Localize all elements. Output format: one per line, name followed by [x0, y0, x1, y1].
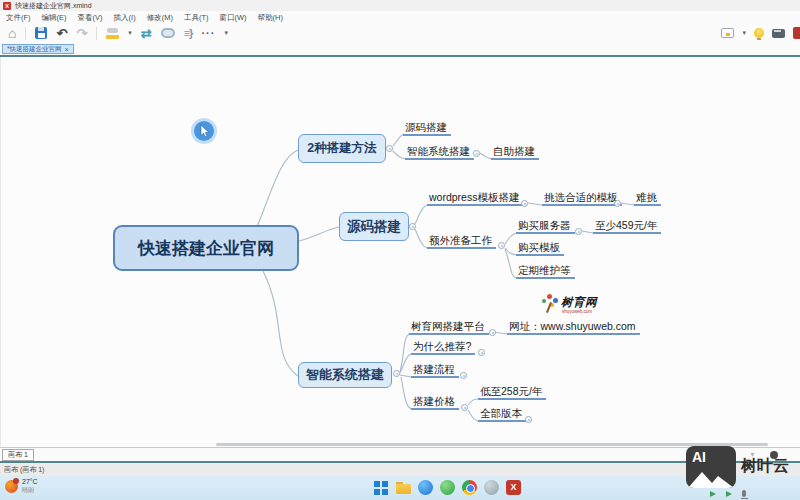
- menu-view[interactable]: 查看(V): [78, 13, 103, 23]
- logo-tree-icon: [541, 294, 559, 314]
- collapse-toggle[interactable]: [393, 370, 400, 377]
- collapse-toggle[interactable]: [498, 242, 505, 249]
- save-icon[interactable]: [35, 27, 47, 39]
- collapse-toggle[interactable]: [489, 329, 496, 336]
- subtopic-hard-to-pick[interactable]: 难挑: [634, 191, 661, 206]
- mountain-icon: [686, 466, 736, 488]
- tray-arrow-icon[interactable]: [726, 491, 732, 497]
- browser-green-icon[interactable]: [440, 480, 455, 495]
- subtopic-buy-template[interactable]: 购买模板: [516, 241, 564, 256]
- subtopic-build-price[interactable]: 搭建价格: [411, 395, 459, 410]
- subtopic-wordpress-template[interactable]: wordpress模板搭建: [427, 191, 523, 206]
- collapse-toggle[interactable]: [521, 200, 528, 207]
- subtopic-source-build[interactable]: 源码搭建: [403, 121, 451, 136]
- relationship-icon[interactable]: ⇄: [141, 27, 152, 40]
- collapse-toggle[interactable]: [614, 200, 621, 207]
- collapse-toggle[interactable]: [473, 150, 480, 157]
- xmind-window: X 快速搭建企业官网.xmind 文件(F) 编辑(E) 查看(V) 插入(I)…: [0, 0, 800, 500]
- boundary-icon[interactable]: [161, 28, 175, 38]
- tray-arrow-icon[interactable]: [710, 491, 716, 497]
- more-icon[interactable]: ···: [201, 27, 215, 40]
- ai-image-badge-icon: AI: [686, 446, 736, 488]
- presentation-dropdown-icon[interactable]: ▾: [742, 29, 746, 37]
- menu-help[interactable]: 帮助(H): [258, 13, 283, 23]
- menu-file[interactable]: 文件(F): [6, 13, 31, 23]
- subtopic-low-price[interactable]: 低至258元/年: [478, 385, 546, 400]
- subtopic-website-url[interactable]: 网址：www.shuyuweb.com: [507, 320, 640, 335]
- menu-modify[interactable]: 修改(M): [147, 13, 173, 23]
- status-bar: 画布 (画布 1): [0, 463, 800, 476]
- collapse-toggle[interactable]: [478, 349, 485, 356]
- shuyeyun-watermark: AI 树叶云: [686, 446, 789, 488]
- topic-smart-system[interactable]: 智能系统搭建: [298, 362, 392, 388]
- mindmap-canvas[interactable]: 快速搭建企业官网 2种搭建方法 源码搭建 智能系统搭建 源码搭建 智能系统搭建 …: [0, 57, 800, 447]
- toolbar: ⌂ ↶ ↷ ▾ ⇄ ≡} ··· ▾ ▾: [0, 24, 800, 42]
- browser-blue-icon[interactable]: [418, 480, 433, 495]
- window-title: 快速搭建企业官网.xmind: [15, 1, 92, 11]
- central-topic[interactable]: 快速搭建企业官网: [113, 225, 299, 271]
- more-dropdown-icon[interactable]: ▾: [224, 29, 228, 37]
- subtopic-smart-system-build[interactable]: 智能系统搭建: [405, 145, 474, 160]
- weather-temp: 27°C: [22, 478, 38, 486]
- collapse-toggle[interactable]: [575, 228, 582, 235]
- sheet-bar: 画布 1 ▼: [0, 447, 800, 461]
- lightbulb-icon[interactable]: [754, 28, 764, 38]
- xmind-taskbar-icon[interactable]: X: [506, 480, 521, 495]
- menu-edit[interactable]: 编辑(E): [42, 13, 67, 23]
- weather-sun-icon: [5, 480, 18, 493]
- system-tray: [710, 490, 746, 497]
- undo-icon[interactable]: ↶: [56, 27, 67, 40]
- logo-brand-text: 树育网: [561, 295, 597, 310]
- subtopic-buy-server[interactable]: 购买服务器: [516, 219, 575, 234]
- watermark-brand-text: 树叶云: [741, 456, 789, 477]
- subtopic-build-process[interactable]: 搭建流程: [411, 363, 459, 378]
- collapse-toggle[interactable]: [460, 372, 467, 379]
- subtopic-why-recommend[interactable]: 为什么推荐?: [411, 340, 475, 355]
- subtopic-maintenance[interactable]: 定期维护等: [516, 264, 575, 279]
- toolbar-separator: [96, 27, 97, 40]
- xmind-app-icon: X: [3, 2, 11, 10]
- chrome-icon[interactable]: [462, 480, 477, 495]
- cursor-icon: [194, 121, 214, 141]
- menu-window[interactable]: 窗口(W): [220, 13, 247, 23]
- weather-widget[interactable]: 27°C 晴朗: [5, 478, 38, 494]
- collapse-toggle[interactable]: [461, 404, 468, 411]
- title-bar[interactable]: X 快速搭建企业官网.xmind: [0, 0, 800, 11]
- topic-build-methods[interactable]: 2种搭建方法: [298, 134, 386, 163]
- menu-bar: 文件(F) 编辑(E) 查看(V) 插入(I) 修改(M) 工具(T) 窗口(W…: [0, 11, 800, 24]
- document-tab-label: *快速搭建企业官网: [7, 45, 62, 54]
- start-button[interactable]: [374, 480, 389, 495]
- marker-icon[interactable]: [106, 28, 119, 39]
- subtopic-self-service-build[interactable]: 自助搭建: [491, 145, 539, 160]
- subtopic-pick-template[interactable]: 挑选合适的模板: [542, 191, 622, 206]
- status-text: 画布 (画布 1): [4, 465, 44, 475]
- marker-dropdown-icon[interactable]: ▾: [128, 29, 132, 37]
- document-tab-bar: *快速搭建企业官网 ×: [0, 42, 800, 55]
- weather-condition: 晴朗: [22, 486, 38, 494]
- presentation-icon[interactable]: [721, 28, 734, 38]
- subtopic-server-price[interactable]: 至少459元/年: [593, 219, 661, 234]
- home-icon[interactable]: ⌂: [8, 27, 16, 40]
- collapse-toggle[interactable]: [386, 145, 393, 152]
- collapse-toggle[interactable]: [525, 416, 532, 423]
- subtopic-shuyu-platform[interactable]: 树育网搭建平台: [409, 320, 489, 335]
- shuyuweb-logo: 树育网 shuyuweb.com: [541, 294, 631, 320]
- subtopic-all-versions[interactable]: 全部版本: [478, 407, 526, 422]
- clipped-red-icon[interactable]: [793, 27, 800, 39]
- topic-source-build[interactable]: 源码搭建: [339, 212, 409, 241]
- subtopic-extra-prep[interactable]: 额外准备工作: [427, 234, 496, 249]
- ai-badge-text: AI: [692, 449, 706, 465]
- collapse-toggle[interactable]: [409, 223, 416, 230]
- browser-gray-icon[interactable]: [484, 480, 499, 495]
- file-explorer-icon[interactable]: [396, 484, 411, 495]
- summary-icon[interactable]: ≡}: [184, 27, 193, 40]
- menu-tools[interactable]: 工具(T): [184, 13, 209, 23]
- sheet-tab-canvas1[interactable]: 画布 1: [2, 449, 34, 461]
- tab-close-icon[interactable]: ×: [65, 46, 69, 53]
- taskbar: 27°C 晴朗 X: [0, 476, 800, 500]
- document-tab[interactable]: *快速搭建企业官网 ×: [2, 44, 74, 54]
- menu-insert[interactable]: 插入(I): [114, 13, 136, 23]
- microphone-icon[interactable]: [742, 490, 746, 497]
- redo-icon: ↷: [76, 27, 87, 40]
- panel-icon[interactable]: [772, 29, 785, 38]
